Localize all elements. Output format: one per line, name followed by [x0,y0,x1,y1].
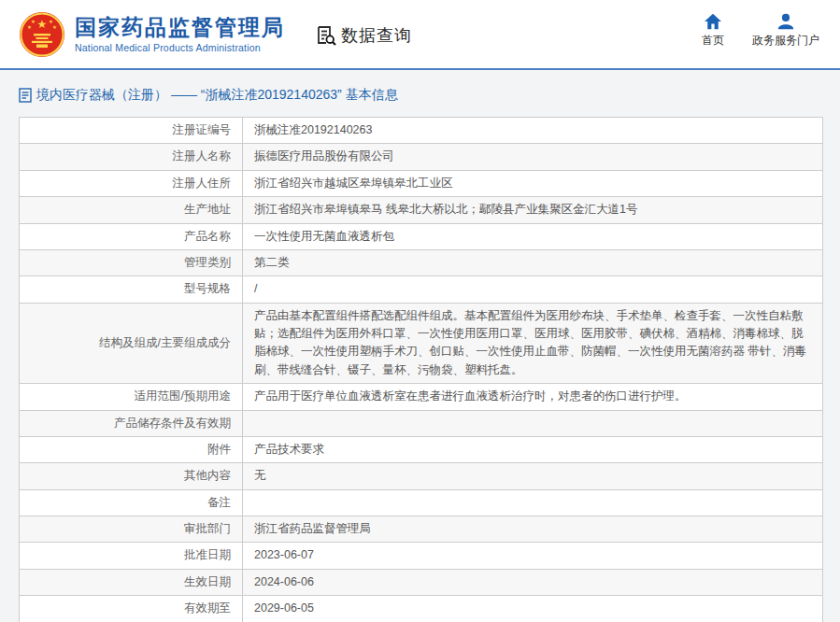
field-value: 浙械注准20192140263 [243,118,823,144]
field-value: 2024-06-06 [243,569,823,595]
home-icon [704,13,722,30]
data-query-label: 数据查询 [341,24,412,47]
table-row: 生产地址 浙江省绍兴市皋埠镇皋马 线皋北大桥以北；鄢陵县产业集聚区金汇大道1号 [20,197,823,223]
field-label: 生产地址 [20,197,243,223]
org-name: 国家药品监督管理局 [75,15,285,39]
nav-item-home[interactable]: 首页 [702,13,724,49]
svg-text:★: ★ [37,18,48,31]
nmpa-logo-link[interactable]: ★ ★ ★ ★ ★ 国家药品监督管理局 National Medical Pro… [19,11,285,58]
table-row: 注册证编号 浙械注准20192140263 [20,118,823,144]
table-row: 型号规格 / [20,276,823,303]
table-row: 其他内容 无 [20,463,823,489]
field-label: 结构及组成/主要组成成分 [20,303,243,384]
org-name-en: National Medical Products Administration [75,42,285,53]
table-row: 附件 产品技术要求 [20,436,823,462]
field-value: 2029-06-05 [243,596,823,622]
field-label: 注册人名称 [20,144,243,170]
table-row: 结构及组成/主要组成成分 产品由基本配置组件搭配选配组件组成。基本配置组件为医用… [20,303,823,384]
field-label: 生效日期 [20,569,243,595]
field-label: 附件 [20,436,243,462]
registration-info-table: 注册证编号 浙械注准20192140263 注册人名称 振德医疗用品股份有限公司… [19,117,823,622]
field-label: 有效期至 [20,596,243,622]
field-label: 适用范围/预期用途 [20,384,243,410]
field-value: 浙江省绍兴市越城区皋埠镇皋北工业区 [243,170,823,196]
table-row: 审批部门 浙江省药品监督管理局 [20,516,823,543]
breadcrumb-text: 境内医疗器械（注册） —— “浙械注准20192140263” 基本信息 [36,87,398,104]
field-value [243,489,823,516]
field-label: 产品名称 [20,223,243,249]
field-label: 型号规格 [20,276,243,303]
table-row: 备注 [20,489,823,516]
field-value: 一次性使用无菌血液透析包 [243,223,823,249]
table-row: 批准日期 2023-06-07 [20,543,823,569]
field-value: 产品由基本配置组件搭配选配组件组成。基本配置组件为医用纱布块、手术垫单、检查手套… [243,303,823,384]
user-icon [776,13,795,30]
field-label: 注册证编号 [20,118,243,144]
national-emblem-icon: ★ ★ ★ ★ ★ [19,11,65,58]
field-value: 产品技术要求 [243,436,823,462]
svg-text:★: ★ [27,23,32,29]
field-value: 2023-06-07 [243,543,823,569]
nav-gov-portal-label: 政务服务门户 [752,33,819,49]
field-label: 管理类别 [20,249,243,276]
field-label: 产品储存条件及有效期 [20,410,243,436]
main-content: 境内医疗器械（注册） —— “浙械注准20192140263” 基本信息 注册证… [0,70,840,622]
header-nav: 首页 政务服务门户 [702,13,819,49]
site-header: ★ ★ ★ ★ ★ 国家药品监督管理局 National Medical Pro… [0,0,840,70]
field-value: 浙江省药品监督管理局 [243,516,823,543]
document-icon [19,88,32,103]
field-value: / [243,276,823,303]
table-row: 产品储存条件及有效期 [20,410,823,436]
field-label: 审批部门 [20,516,243,543]
nav-home-label: 首页 [702,33,724,49]
table-row: 有效期至 2029-06-05 [20,596,823,622]
org-titles: 国家药品监督管理局 National Medical Products Admi… [75,15,285,52]
field-value: 产品用于医疗单位血液透析室在患者进行血液透析治疗时，对患者的伤口进行护理。 [243,384,823,410]
field-value: 无 [243,463,823,489]
field-label: 备注 [20,489,243,516]
table-row: 注册人住所 浙江省绍兴市越城区皋埠镇皋北工业区 [20,170,823,196]
table-row: 管理类别 第二类 [20,249,823,276]
table-row: 适用范围/预期用途 产品用于医疗单位血液透析室在患者进行血液透析治疗时，对患者的… [20,384,823,410]
data-query-tab[interactable]: 数据查询 [315,24,412,47]
field-value: 第二类 [243,249,823,276]
svg-text:★: ★ [52,23,57,29]
field-value: 浙江省绍兴市皋埠镇皋马 线皋北大桥以北；鄢陵县产业集聚区金汇大道1号 [243,197,823,223]
table-row: 生效日期 2024-06-06 [20,569,823,595]
field-value [243,410,823,436]
table-row: 注册人名称 振德医疗用品股份有限公司 [20,144,823,170]
document-search-icon [315,24,337,47]
breadcrumb: 境内医疗器械（注册） —— “浙械注准20192140263” 基本信息 [19,87,823,104]
field-value: 振德医疗用品股份有限公司 [243,144,823,170]
nav-item-gov-portal[interactable]: 政务服务门户 [752,13,819,49]
table-row: 产品名称 一次性使用无菌血液透析包 [20,223,823,249]
field-label: 批准日期 [20,543,243,569]
field-label: 其他内容 [20,463,243,489]
field-label: 注册人住所 [20,170,243,196]
